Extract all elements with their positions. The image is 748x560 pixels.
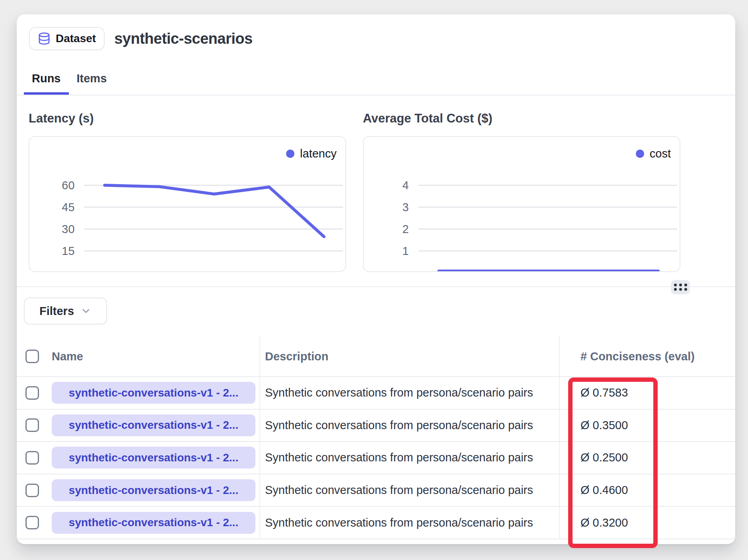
table-row: synthetic-conversations-v1 - 2... Synthe… [17,474,735,507]
run-name-pill[interactable]: synthetic-conversations-v1 - 2... [52,479,255,501]
table-row: synthetic-conversations-v1 - 2... Synthe… [17,507,735,539]
run-description: Synthetic conversations from persona/sce… [265,451,533,464]
column-header-name[interactable]: Name [52,350,83,363]
cost-legend-dot-icon [636,150,644,158]
drag-handle-icon[interactable] [671,280,690,294]
page-title: synthetic-scenarios [114,30,252,47]
table-row: synthetic-conversations-v1 - 2... Synthe… [17,410,735,442]
table-row: synthetic-conversations-v1 - 2... Synthe… [17,442,735,474]
row-checkbox[interactable] [25,418,39,432]
svg-text:1: 1 [402,245,409,257]
database-icon [38,32,51,45]
runs-table: Name Description # Conciseness (eval) sy… [17,336,735,539]
latency-legend-label: latency [300,147,337,160]
conciseness-value: Ø 0.3200 [580,516,628,529]
table-body: synthetic-conversations-v1 - 2... Synthe… [17,377,735,539]
conciseness-value: Ø 0.4600 [580,484,628,497]
svg-text:60: 60 [62,179,74,192]
page-background: { "header": { "badge_label": "Dataset", … [0,0,748,560]
latency-chart-card: 60453015 latency [29,136,346,272]
tabs-divider [17,95,735,95]
column-header-description[interactable]: Description [265,350,329,363]
table-header-row: Name Description # Conciseness (eval) [17,336,735,377]
column-header-conciseness[interactable]: # Conciseness (eval) [580,350,695,363]
filters-button-label: Filters [39,305,74,318]
cost-legend-label: cost [650,147,671,160]
select-all-checkbox[interactable] [25,350,39,363]
svg-text:4: 4 [402,179,409,192]
section-divider [17,286,735,287]
row-checkbox[interactable] [25,516,39,529]
conciseness-value: Ø 0.3500 [580,419,628,432]
cost-chart-card: 4321 cost [363,136,680,272]
svg-text:45: 45 [62,201,74,214]
filters-button[interactable]: Filters [24,298,107,325]
dataset-card: Dataset synthetic-scenarios Runs Items L… [17,14,735,544]
run-name-pill[interactable]: synthetic-conversations-v1 - 2... [52,512,255,534]
run-name-pill[interactable]: synthetic-conversations-v1 - 2... [52,447,255,469]
row-checkbox[interactable] [25,484,39,497]
cost-legend: cost [636,147,671,160]
cost-chart: 4321 [364,137,680,271]
header: Dataset synthetic-scenarios [29,27,253,50]
run-description: Synthetic conversations from persona/sce… [265,516,533,529]
conciseness-value: Ø 0.7583 [580,386,628,399]
run-description: Synthetic conversations from persona/sce… [265,386,533,399]
run-name-pill[interactable]: synthetic-conversations-v1 - 2... [52,414,255,436]
latency-chart-title: Latency (s) [29,111,94,126]
svg-text:30: 30 [62,223,74,235]
run-description: Synthetic conversations from persona/sce… [265,484,533,497]
tabs: Runs Items [24,64,115,95]
row-checkbox[interactable] [25,451,39,465]
latency-legend: latency [286,147,337,160]
svg-text:15: 15 [62,245,74,257]
tab-items[interactable]: Items [69,64,115,95]
svg-text:2: 2 [402,223,409,235]
dataset-badge-label: Dataset [56,32,96,45]
latency-legend-dot-icon [286,150,294,158]
run-description: Synthetic conversations from persona/sce… [265,419,533,432]
tab-runs[interactable]: Runs [24,64,69,95]
dataset-badge: Dataset [29,27,105,50]
chevron-down-icon [80,305,92,317]
table-row: synthetic-conversations-v1 - 2... Synthe… [17,377,735,410]
svg-text:3: 3 [402,201,409,214]
cost-chart-title: Average Total Cost ($) [363,111,493,126]
row-checkbox[interactable] [25,386,39,400]
conciseness-value: Ø 0.2500 [580,451,628,464]
run-name-pill[interactable]: synthetic-conversations-v1 - 2... [52,382,255,404]
